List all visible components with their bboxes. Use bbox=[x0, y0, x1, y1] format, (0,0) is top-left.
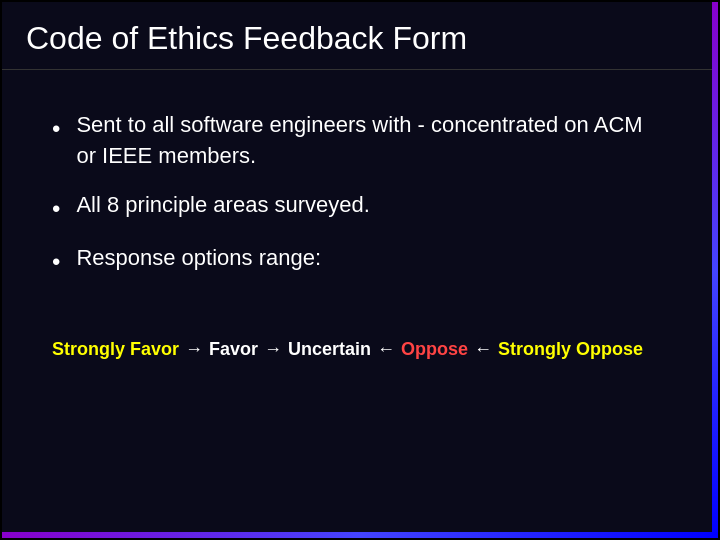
scale-strongly-oppose: Strongly Oppose bbox=[498, 339, 643, 360]
bullet-text-3: Response options range: bbox=[76, 243, 321, 274]
scale-arrow-2: → bbox=[264, 339, 282, 360]
bullet-dot-3: • bbox=[52, 245, 60, 279]
list-item: • Response options range: bbox=[52, 243, 668, 279]
response-scale: Strongly Favor → Favor → Uncertain ← Opp… bbox=[52, 339, 668, 360]
slide-title: Code of Ethics Feedback Form bbox=[26, 20, 694, 57]
scale-arrow-4: ← bbox=[474, 339, 492, 360]
bullet-text-1: Sent to all software engineers with - co… bbox=[76, 110, 668, 172]
bullet-dot-2: • bbox=[52, 192, 60, 226]
list-item: • All 8 principle areas surveyed. bbox=[52, 190, 668, 226]
scale-strongly-favor: Strongly Favor bbox=[52, 339, 179, 360]
content-area: • Sent to all software engineers with - … bbox=[2, 70, 718, 390]
scale-oppose: Oppose bbox=[401, 339, 468, 360]
slide: Code of Ethics Feedback Form • Sent to a… bbox=[0, 0, 720, 540]
bullet-text-2: All 8 principle areas surveyed. bbox=[76, 190, 369, 221]
scale-favor: Favor bbox=[209, 339, 258, 360]
bullet-dot-1: • bbox=[52, 112, 60, 146]
scale-arrow-1: → bbox=[185, 339, 203, 360]
scale-arrow-3: ← bbox=[377, 339, 395, 360]
scale-uncertain: Uncertain bbox=[288, 339, 371, 360]
title-bar: Code of Ethics Feedback Form bbox=[2, 2, 718, 70]
bullet-list: • Sent to all software engineers with - … bbox=[52, 110, 668, 279]
list-item: • Sent to all software engineers with - … bbox=[52, 110, 668, 172]
